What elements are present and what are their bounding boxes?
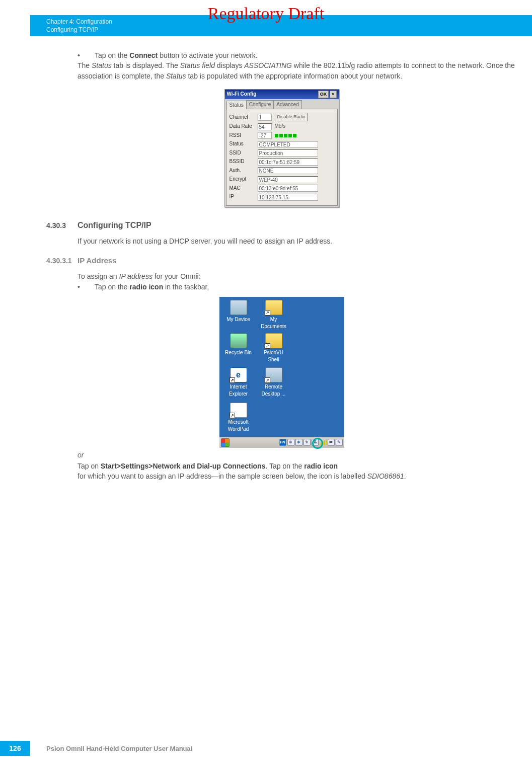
heading-text: Configuring TCP/IP [78,219,151,231]
heading-text: IP Address [78,255,117,266]
wifi-titlebar: Wi-Fi Config OK × [225,90,339,99]
fn-indicator-icon[interactable]: FN [279,439,286,446]
label-mac: MAC [230,185,258,192]
dhcp-paragraph: If your network is not using a DHCP serv… [78,236,517,246]
value-datarate: 54 [258,123,272,130]
value-status: COMPLETED [258,141,318,148]
label-channel: Channel [230,114,258,121]
footer-text: Psion Omnii Hand-Held Computer User Manu… [46,745,192,752]
label-ssid: SSID [230,149,258,157]
icon-psionvu-shell[interactable]: ↗PsionVU Shell [258,333,290,364]
icon-my-documents[interactable]: ↗My Documents [258,300,290,331]
value-auth: NONE [258,167,318,174]
value-rssi: -27 [258,132,272,139]
tray-icon[interactable]: ⇄ [328,439,335,446]
label-status: Status [230,140,258,148]
desktop-screenshot: My Device ↗My Documents Recycle Bin ↗Psi… [219,297,344,448]
bullet-text: Tap on the radio icon in the taskbar, [95,282,209,292]
header-line2: Configuring TCP/IP [46,26,532,34]
ip-intro: To assign an IP address for your Omnii: [78,271,517,281]
bullet-text: Tap on the Connect button to activate yo… [95,50,258,60]
label-ip: IP [230,193,258,201]
start-settings-paragraph: Tap on Start>Settings>Network and Dial-u… [78,461,517,482]
tab-advanced[interactable]: Advanced [273,100,301,109]
tab-status[interactable]: Status [226,101,247,110]
value-bssid: 00:1d:7e:51:82:59 [258,159,318,166]
label-rssi: RSSI [230,132,258,139]
icon-microsoft-wordpad[interactable]: ↗Microsoft WordPad [222,403,255,433]
value-channel: 1 [258,114,272,121]
icon-internet-explorer[interactable]: e↗Internet Explorer [222,367,255,398]
value-ip: 10.128.75.15 [258,194,318,201]
taskbar: FN ⊕ ∗ ↯ 🖧 ⇄ ✎ [219,437,344,448]
bluetooth-icon[interactable]: ∗ [295,439,302,446]
start-button[interactable] [221,438,230,447]
or-text: or [78,450,517,460]
watermark: Regulatory Draft [0,4,532,23]
ok-button[interactable]: OK [318,91,329,98]
value-mac: 00:13:e0:9d:ef:55 [258,185,318,192]
heading-4-30-3: 4.30.3 Configuring TCP/IP [46,219,517,231]
system-tray: FN ⊕ ∗ ↯ 🖧 ⇄ ✎ [279,439,343,446]
unit-datarate: Mb/s [275,123,286,130]
close-button[interactable]: × [330,91,336,98]
wifi-config-window: Wi-Fi Config OK × Status Configure Advan… [224,89,339,207]
signal-icon [275,134,296,137]
wifi-title-text: Wi-Fi Config [227,91,317,98]
tray-icon[interactable]: ⊕ [287,439,294,446]
value-ssid: Production [258,149,318,157]
bullet-radio-icon: • Tap on the radio icon in the taskbar, [78,282,517,292]
bullet-connect: • Tap on the Connect button to activate … [78,50,517,60]
value-encrypt: WEP-40 [258,176,318,183]
page-footer: 126 Psion Omnii Hand-Held Computer User … [0,741,192,756]
wifi-tabs: Status Configure Advanced [225,100,339,109]
status-paragraph: The Status tab is displayed. The Status … [78,60,517,81]
label-datarate: Data Rate [230,123,258,130]
heading-4-30-3-1: 4.30.3.1 IP Address [46,255,517,266]
label-encrypt: Encrypt [230,176,258,183]
label-auth: Auth. [230,167,258,175]
tab-configure[interactable]: Configure [246,100,274,109]
icon-recycle-bin[interactable]: Recycle Bin [222,333,255,357]
icon-my-device[interactable]: My Device [222,300,255,324]
disable-radio-button[interactable]: Disable Radio [275,113,308,121]
tray-icon[interactable]: ↯ [303,439,311,446]
tray-icon[interactable]: ✎ [336,439,343,446]
page-number: 126 [0,741,30,756]
wifi-body: Channel1Disable Radio Data Rate54Mb/s RS… [226,109,338,206]
bullet-dot: • [78,282,95,292]
highlight-circle [312,438,323,449]
heading-num: 4.30.3.1 [46,256,78,266]
page-content: • Tap on the Connect button to activate … [46,50,517,482]
heading-num: 4.30.3 [46,220,78,230]
icon-remote-desktop[interactable]: ↗Remote Desktop ... [258,367,290,398]
bullet-dot: • [78,50,95,60]
label-bssid: BSSID [230,158,258,166]
